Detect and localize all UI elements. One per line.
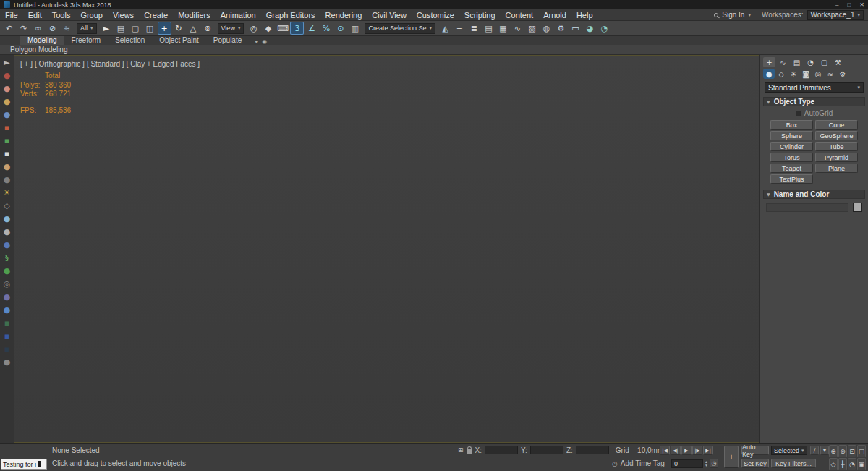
menu-item[interactable]: Scripting — [459, 9, 501, 21]
navy-tool-icon[interactable]: ▪ — [4, 332, 9, 340]
display-tab[interactable]: ▢ — [818, 57, 830, 67]
menu-item[interactable]: Content — [501, 9, 539, 21]
menu-item[interactable]: Create — [139, 9, 173, 21]
ribbon-tab[interactable]: Object Paint — [152, 36, 205, 45]
object-color-swatch[interactable] — [853, 203, 862, 212]
primitive-button[interactable]: Pyramid — [815, 153, 858, 162]
scene-explorer-icon[interactable]: ▤ — [482, 22, 495, 35]
motion-tab[interactable]: ◔ — [804, 57, 817, 67]
viewport-menu[interactable]: [ Standard ] — [87, 60, 124, 68]
chandelier-model[interactable] — [14, 56, 759, 442]
search-icon[interactable] — [714, 13, 718, 17]
primitive-button[interactable]: Sphere — [770, 131, 813, 140]
zoom-extents-icon[interactable]: ⊡ — [848, 445, 856, 457]
key-filters-button[interactable]: Key Filters... — [771, 459, 816, 468]
ribbon-tab[interactable]: Selection — [108, 36, 152, 45]
select-and-rotate-icon[interactable]: ↻ — [172, 22, 186, 35]
shapes-category-icon[interactable]: ◇ — [775, 69, 787, 79]
select-and-link-icon[interactable]: ∞ — [31, 22, 45, 35]
previous-frame-button[interactable]: ◀| — [671, 446, 681, 455]
blue-material-ball-icon[interactable]: ● — [4, 111, 11, 119]
mirror-icon[interactable]: ◭ — [438, 22, 452, 35]
zoom-region-icon[interactable]: ▢ — [857, 445, 866, 457]
set-keys-button[interactable]: + — [724, 446, 739, 468]
keyboard-shortcut-override-icon[interactable]: ⌨ — [276, 22, 289, 35]
utilities-tab[interactable]: ⚒ — [832, 57, 844, 67]
dark-green-tool-icon[interactable]: ▪ — [4, 319, 9, 327]
light-tool-icon[interactable]: ☀ — [4, 189, 11, 197]
gray-ball-icon[interactable]: ● — [4, 176, 11, 184]
ribbon-pin-icon[interactable]: ◉ — [262, 38, 267, 45]
render-setup-icon[interactable]: ⚙ — [554, 22, 568, 35]
ribbon-tab[interactable]: Populate — [206, 36, 249, 45]
azure-ball-icon[interactable]: ● — [4, 306, 11, 314]
schematic-view-icon[interactable]: ▧ — [525, 22, 539, 35]
menu-item[interactable]: File — [0, 9, 23, 21]
minimize-button[interactable]: – — [835, 1, 838, 8]
bind-to-space-warp-icon[interactable]: ≋ — [60, 22, 74, 35]
select-and-move-icon[interactable]: + — [158, 22, 171, 35]
space-warps-category-icon[interactable]: ≈ — [825, 69, 836, 79]
teapot-tool-icon[interactable]: ● — [4, 163, 11, 171]
frame-spinner[interactable]: ▲▼ — [705, 460, 708, 467]
unlink-selection-icon[interactable]: ⊘ — [46, 22, 59, 35]
object-name-field[interactable] — [766, 203, 848, 212]
selection-filter-dropdown[interactable]: All ▾ — [77, 23, 97, 34]
pan-icon[interactable]: ╋ — [838, 458, 847, 470]
perspective-viewport[interactable]: [ + ][ Orthographic ][ Standard ][ Clay … — [14, 55, 760, 443]
viewport-menu[interactable]: [ + ] — [20, 60, 33, 68]
set-key-button[interactable]: Set Key — [741, 459, 769, 468]
edit-named-selection-sets-icon[interactable]: ▥ — [348, 22, 362, 35]
cameras-category-icon[interactable]: ◙ — [800, 69, 812, 79]
material-editor-icon[interactable]: ◍ — [540, 22, 553, 35]
green-ball-icon[interactable]: ● — [4, 267, 11, 275]
menu-item[interactable]: Civil View — [367, 9, 411, 21]
helper-tool-icon[interactable]: ◇ — [4, 202, 9, 210]
primitive-button[interactable]: Cylinder — [770, 142, 813, 151]
lights-category-icon[interactable]: ☀ — [788, 69, 799, 79]
disc-tool-icon[interactable]: ◎ — [4, 280, 11, 288]
redo-icon[interactable]: ↷ — [17, 22, 30, 35]
auto-key-button[interactable]: Auto Key — [741, 446, 769, 455]
reference-coordinate-system-dropdown[interactable]: View ▾ — [218, 23, 244, 34]
select-by-name-icon[interactable]: ▤ — [114, 22, 128, 35]
primitive-button[interactable]: Cone — [815, 120, 858, 130]
sign-in-button[interactable]: Sign In — [722, 11, 744, 19]
menu-item[interactable]: Animation — [216, 9, 261, 21]
polygon-modeling-panel[interactable]: Polygon Modeling — [6, 46, 72, 54]
current-frame-field[interactable]: 0 — [671, 459, 703, 468]
menu-item[interactable]: Group — [75, 9, 108, 21]
add-time-tag[interactable]: ◷ Add Time Tag — [612, 459, 665, 467]
brick-tool-icon[interactable]: ▪ — [4, 124, 9, 132]
systems-category-icon[interactable]: ⚙ — [837, 69, 848, 79]
tangent-options-icon[interactable]: ▾ — [820, 446, 829, 455]
rectangular-selection-region-icon[interactable]: ▢ — [129, 22, 142, 35]
modify-tab[interactable]: ∿ — [777, 57, 789, 67]
workspace-selector[interactable]: Workspace_1 ▾ — [807, 10, 864, 20]
primitive-button[interactable]: Teapot — [770, 164, 813, 173]
use-pivot-point-center-icon[interactable]: ◎ — [247, 22, 260, 35]
cyan-ball-icon[interactable]: ● — [4, 215, 11, 223]
primitive-button[interactable]: GeoSphere — [815, 131, 858, 140]
primitive-button[interactable]: TextPlus — [770, 174, 813, 184]
red-material-ball-icon[interactable]: ● — [4, 72, 11, 80]
autogrid-checkbox[interactable]: AutoGrid — [760, 108, 868, 119]
close-button[interactable]: ✕ — [859, 1, 864, 8]
menu-item[interactable]: Views — [108, 9, 139, 21]
field-of-view-icon[interactable]: ◇ — [829, 458, 838, 470]
primitive-button[interactable]: Plane — [815, 164, 858, 173]
object-type-rollout[interactable]: ▼ Object Type — [763, 97, 865, 106]
select-and-scale-icon[interactable]: △ — [187, 22, 200, 35]
set-key-mode-dropdown[interactable]: Selected ▾ — [771, 446, 807, 455]
spinner-snap-icon[interactable]: ⊙ — [333, 22, 347, 35]
gray-sphere-icon[interactable]: ● — [4, 358, 11, 366]
dark-slate-tool-icon[interactable]: ▪ — [4, 345, 9, 353]
name-and-color-rollout[interactable]: ▼ Name and Color — [763, 190, 865, 199]
align-icon[interactable]: ≡ — [453, 22, 467, 35]
x-coordinate-field[interactable] — [485, 446, 518, 454]
menu-item[interactable]: Tools — [47, 9, 76, 21]
maxscript-mini-listener[interactable]: Testing for i — [1, 459, 47, 470]
play-button[interactable]: ▶ — [681, 446, 692, 455]
orbit-icon[interactable]: ◔ — [848, 458, 856, 470]
angle-snap-icon[interactable]: ∠ — [305, 22, 318, 35]
